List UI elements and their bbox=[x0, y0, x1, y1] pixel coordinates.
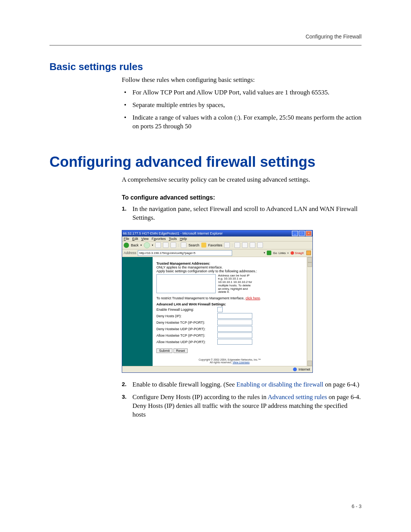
minimize-button[interactable]: _ bbox=[292, 231, 298, 236]
advanced-steps: In the navigation pane, select Firewall … bbox=[122, 205, 362, 222]
step-2: Enable to disable firewall logging. (See… bbox=[122, 380, 362, 389]
ie-sidebar bbox=[122, 257, 153, 366]
enable-logging-label: Enable Firewall Logging: bbox=[156, 308, 217, 312]
link-enabling-disabling-firewall[interactable]: Enabling or disabling the firewall bbox=[236, 381, 323, 388]
page-number: 6 - 3 bbox=[352, 503, 362, 509]
heading-configuring-advanced-firewall: Configuring advanced firewall settings bbox=[49, 154, 362, 170]
heading-basic-settings-rules: Basic settings rules bbox=[49, 61, 362, 73]
go-icon[interactable] bbox=[267, 251, 271, 255]
heading-to-configure-advanced: To configure advanced settings: bbox=[122, 194, 362, 201]
allow-tcp-label: Allow Hostwise TCP (IP-PORT): bbox=[156, 334, 217, 337]
trusted-mgmt-title: Trusted Management Addresses: bbox=[156, 262, 303, 265]
link-advanced-setting-rules[interactable]: Advanced setting rules bbox=[268, 393, 327, 401]
back-label[interactable]: Back bbox=[131, 243, 139, 247]
allow-udp-input[interactable] bbox=[217, 339, 252, 345]
submit-button[interactable]: Submit bbox=[156, 348, 172, 353]
click-here-link[interactable]: click here bbox=[245, 296, 260, 300]
basic-lead: Follow these rules when configuring basi… bbox=[122, 76, 362, 85]
menu-favorites[interactable]: Favorites bbox=[151, 237, 166, 241]
restrict-text: To restrict Trusted Management to Manage… bbox=[156, 296, 303, 300]
running-header: Configuring the Firewall bbox=[306, 34, 362, 40]
advanced-lead: A comprehensive security policy can be c… bbox=[122, 176, 362, 184]
snagit-label[interactable]: 🔴 SnagIt bbox=[290, 251, 304, 255]
ie-scrollbar[interactable] bbox=[307, 257, 312, 366]
menu-tools[interactable]: Tools bbox=[169, 237, 177, 241]
trusted-addresses-textarea[interactable] bbox=[156, 274, 216, 293]
deny-hosts-label: Deny Hosts (IP): bbox=[156, 314, 217, 318]
trusted-line1: ONLY applies to the management interface… bbox=[156, 265, 303, 269]
view-licenses-link[interactable]: View Licenses bbox=[233, 361, 250, 364]
enable-logging-checkbox[interactable] bbox=[217, 307, 223, 312]
step-3: Configure Deny Hosts (IP) according to t… bbox=[122, 393, 362, 419]
ie-menubar: FFileile Edit View Favorites Tools Help bbox=[122, 236, 312, 241]
maximize-button[interactable]: □ bbox=[299, 231, 305, 236]
search-icon[interactable] bbox=[181, 242, 186, 248]
ie-screenshot: 66.52.177.5 HGT-EMN EdgeProtect1 - Micro… bbox=[122, 230, 313, 373]
reset-button[interactable]: Reset bbox=[174, 348, 188, 353]
ie-main-pane: Trusted Management Addresses: ONLY appli… bbox=[153, 257, 307, 366]
address-label: Address bbox=[124, 251, 136, 255]
deny-udp-label: Deny Hostwise UDP (IP-PORT): bbox=[156, 327, 217, 331]
go-label[interactable]: Go bbox=[273, 251, 277, 255]
deny-udp-input[interactable] bbox=[217, 326, 252, 332]
menu-view[interactable]: View bbox=[141, 237, 148, 241]
address-input[interactable]: http://10.3.198.179/cgi-bin/config?page=… bbox=[138, 250, 232, 256]
ie-addressbar: Address http://10.3.198.179/cgi-bin/conf… bbox=[122, 249, 312, 257]
internet-zone-icon bbox=[293, 367, 297, 371]
trusted-hint: Address can be host IP e.g. 10.10.10.1 o… bbox=[218, 274, 252, 294]
allow-udp-label: Allow Hostwise UDP (IP-PORT): bbox=[156, 340, 217, 344]
home-icon[interactable] bbox=[170, 242, 176, 248]
favorites-icon[interactable] bbox=[201, 243, 206, 248]
basic-rules-list: For Allow TCP Port and Allow UDP Port, v… bbox=[122, 88, 362, 131]
header-rule bbox=[49, 45, 362, 46]
basic-rule-item: For Allow TCP Port and Allow UDP Port, v… bbox=[122, 88, 362, 97]
history-icon[interactable] bbox=[224, 242, 230, 248]
menu-help[interactable]: Help bbox=[180, 237, 187, 241]
links-label[interactable]: Links bbox=[279, 251, 286, 255]
step-1: In the navigation pane, select Firewall … bbox=[122, 205, 362, 222]
search-label[interactable]: Search bbox=[188, 243, 199, 247]
advanced-settings-title: Advanced LAN and WAN Firewall Settings: bbox=[156, 302, 303, 306]
print-icon[interactable] bbox=[242, 242, 248, 248]
messenger-icon[interactable] bbox=[257, 242, 263, 248]
advanced-steps-cont: Enable to disable firewall logging. (See… bbox=[122, 380, 362, 419]
snagit-capture-icon[interactable] bbox=[306, 251, 311, 255]
favorites-label[interactable]: Favorites bbox=[208, 243, 222, 247]
edit-icon[interactable] bbox=[250, 242, 255, 248]
copyright: Copyright © 2002-2004, Edgewater Network… bbox=[156, 358, 303, 364]
mail-icon[interactable] bbox=[234, 242, 240, 248]
menu-file[interactable]: FFileile bbox=[124, 237, 129, 241]
ie-window-title: 66.52.177.5 HGT-EMN EdgeProtect1 - Micro… bbox=[123, 232, 223, 235]
ie-statusbar: Internet bbox=[122, 366, 312, 372]
menu-edit[interactable]: Edit bbox=[132, 237, 139, 241]
stop-icon[interactable] bbox=[155, 242, 161, 248]
trusted-line2: Apply basic settings configuration only … bbox=[156, 269, 303, 273]
basic-rule-item: Separate multiple entries by spaces, bbox=[122, 101, 362, 110]
close-button[interactable]: × bbox=[306, 231, 312, 236]
refresh-icon[interactable] bbox=[163, 242, 169, 248]
deny-tcp-input[interactable] bbox=[217, 320, 252, 325]
ie-toolbar: Back ▾ ▾ | Search Favorites | bbox=[122, 241, 312, 249]
forward-icon[interactable] bbox=[144, 242, 150, 248]
deny-hosts-input[interactable] bbox=[217, 313, 252, 319]
ie-titlebar: 66.52.177.5 HGT-EMN EdgeProtect1 - Micro… bbox=[122, 230, 312, 236]
internet-zone-label: Internet bbox=[298, 367, 310, 371]
basic-rule-item: Indicate a range of values with a colon … bbox=[122, 113, 362, 131]
deny-tcp-label: Deny Hostwise TCP (IP-PORT): bbox=[156, 321, 217, 324]
allow-tcp-input[interactable] bbox=[217, 332, 252, 338]
back-icon[interactable] bbox=[124, 243, 129, 248]
